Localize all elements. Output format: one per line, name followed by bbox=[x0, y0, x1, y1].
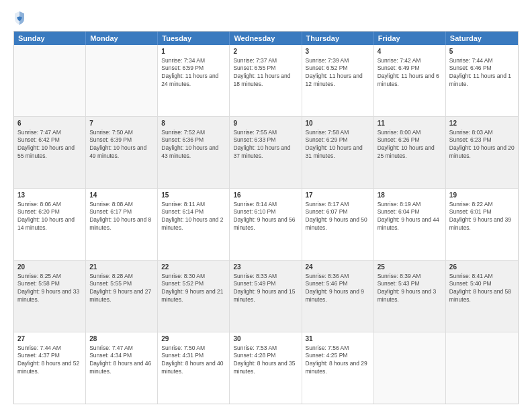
day-number: 5 bbox=[449, 47, 515, 56]
day-number: 11 bbox=[378, 119, 442, 128]
cell-info: Sunrise: 8:30 AMSunset: 5:52 PMDaylight:… bbox=[161, 273, 226, 305]
cell-info: Sunrise: 8:22 AMSunset: 6:01 PMDaylight:… bbox=[449, 201, 515, 233]
day-cell-22: 22Sunrise: 8:30 AMSunset: 5:52 PMDayligh… bbox=[158, 261, 230, 332]
day-cell-9: 9Sunrise: 7:55 AMSunset: 6:33 PMDaylight… bbox=[230, 117, 302, 188]
empty-cell bbox=[86, 45, 158, 116]
header-day-friday: Friday bbox=[374, 32, 446, 45]
day-number: 14 bbox=[89, 191, 154, 200]
cell-info: Sunrise: 8:41 AMSunset: 5:40 PMDaylight:… bbox=[449, 273, 515, 305]
cell-info: Sunrise: 8:28 AMSunset: 5:55 PMDaylight:… bbox=[89, 273, 154, 305]
day-cell-15: 15Sunrise: 8:11 AMSunset: 6:14 PMDayligh… bbox=[158, 189, 230, 260]
day-cell-20: 20Sunrise: 8:25 AMSunset: 5:58 PMDayligh… bbox=[14, 261, 86, 332]
day-cell-30: 30Sunrise: 7:53 AMSunset: 4:28 PMDayligh… bbox=[230, 332, 302, 404]
cell-info: Sunrise: 8:08 AMSunset: 6:17 PMDaylight:… bbox=[89, 201, 154, 233]
day-number: 20 bbox=[17, 263, 82, 272]
day-number: 28 bbox=[89, 334, 154, 344]
cell-info: Sunrise: 8:19 AMSunset: 6:04 PMDaylight:… bbox=[378, 201, 442, 233]
cell-info: Sunrise: 8:36 AMSunset: 5:46 PMDaylight:… bbox=[306, 273, 370, 305]
calendar-row-0: 1Sunrise: 7:34 AMSunset: 6:59 PMDaylight… bbox=[14, 45, 518, 116]
cell-info: Sunrise: 7:53 AMSunset: 4:28 PMDaylight:… bbox=[233, 345, 298, 377]
day-number: 18 bbox=[378, 191, 442, 200]
day-number: 3 bbox=[306, 47, 370, 56]
day-number: 25 bbox=[378, 263, 442, 272]
day-cell-25: 25Sunrise: 8:39 AMSunset: 5:43 PMDayligh… bbox=[374, 261, 446, 332]
day-cell-5: 5Sunrise: 7:44 AMSunset: 6:46 PMDaylight… bbox=[446, 45, 518, 116]
day-number: 22 bbox=[161, 263, 226, 272]
day-cell-10: 10Sunrise: 7:58 AMSunset: 6:29 PMDayligh… bbox=[302, 117, 374, 188]
day-number: 31 bbox=[306, 334, 370, 344]
cell-info: Sunrise: 8:00 AMSunset: 6:26 PMDaylight:… bbox=[378, 129, 442, 161]
cell-info: Sunrise: 7:37 AMSunset: 6:55 PMDaylight:… bbox=[233, 57, 298, 89]
cell-info: Sunrise: 7:39 AMSunset: 6:52 PMDaylight:… bbox=[306, 57, 370, 89]
cell-info: Sunrise: 8:17 AMSunset: 6:07 PMDaylight:… bbox=[306, 201, 370, 233]
day-cell-27: 27Sunrise: 7:44 AMSunset: 4:37 PMDayligh… bbox=[14, 332, 86, 404]
day-number: 13 bbox=[17, 191, 82, 200]
day-cell-1: 1Sunrise: 7:34 AMSunset: 6:59 PMDaylight… bbox=[158, 45, 230, 116]
day-number: 16 bbox=[233, 191, 298, 200]
logo bbox=[13, 11, 28, 26]
day-cell-31: 31Sunrise: 7:56 AMSunset: 4:25 PMDayligh… bbox=[302, 332, 374, 404]
header-day-thursday: Thursday bbox=[302, 32, 374, 45]
day-number: 30 bbox=[233, 334, 298, 344]
cell-info: Sunrise: 7:50 AMSunset: 6:39 PMDaylight:… bbox=[89, 129, 154, 161]
cell-info: Sunrise: 8:39 AMSunset: 5:43 PMDaylight:… bbox=[378, 273, 442, 305]
calendar-header: SundayMondayTuesdayWednesdayThursdayFrid… bbox=[14, 32, 518, 45]
day-cell-23: 23Sunrise: 8:33 AMSunset: 5:49 PMDayligh… bbox=[230, 261, 302, 332]
day-cell-26: 26Sunrise: 8:41 AMSunset: 5:40 PMDayligh… bbox=[446, 261, 518, 332]
header-day-tuesday: Tuesday bbox=[158, 32, 230, 45]
cell-info: Sunrise: 7:47 AMSunset: 6:42 PMDaylight:… bbox=[17, 129, 82, 161]
calendar-body: 1Sunrise: 7:34 AMSunset: 6:59 PMDaylight… bbox=[14, 45, 518, 404]
cell-info: Sunrise: 8:06 AMSunset: 6:20 PMDaylight:… bbox=[17, 201, 82, 233]
day-cell-16: 16Sunrise: 8:14 AMSunset: 6:10 PMDayligh… bbox=[230, 189, 302, 260]
cell-info: Sunrise: 7:34 AMSunset: 6:59 PMDaylight:… bbox=[161, 57, 226, 89]
day-number: 9 bbox=[233, 119, 298, 128]
header-day-wednesday: Wednesday bbox=[230, 32, 302, 45]
day-number: 8 bbox=[161, 119, 226, 128]
day-cell-28: 28Sunrise: 7:47 AMSunset: 4:34 PMDayligh… bbox=[86, 332, 158, 404]
cell-info: Sunrise: 7:44 AMSunset: 6:46 PMDaylight:… bbox=[449, 57, 515, 89]
empty-cell bbox=[374, 332, 446, 404]
cell-info: Sunrise: 7:50 AMSunset: 4:31 PMDaylight:… bbox=[161, 345, 226, 377]
day-number: 21 bbox=[89, 263, 154, 272]
day-number: 27 bbox=[17, 334, 82, 344]
day-cell-4: 4Sunrise: 7:42 AMSunset: 6:49 PMDaylight… bbox=[374, 45, 446, 116]
day-cell-2: 2Sunrise: 7:37 AMSunset: 6:55 PMDaylight… bbox=[230, 45, 302, 116]
day-number: 4 bbox=[378, 47, 442, 56]
day-cell-21: 21Sunrise: 8:28 AMSunset: 5:55 PMDayligh… bbox=[86, 261, 158, 332]
cell-info: Sunrise: 7:56 AMSunset: 4:25 PMDaylight:… bbox=[306, 345, 370, 377]
cell-info: Sunrise: 7:42 AMSunset: 6:49 PMDaylight:… bbox=[378, 57, 442, 89]
empty-cell bbox=[446, 332, 518, 404]
cell-info: Sunrise: 8:33 AMSunset: 5:49 PMDaylight:… bbox=[233, 273, 298, 305]
logo-icon bbox=[13, 11, 26, 26]
day-cell-24: 24Sunrise: 8:36 AMSunset: 5:46 PMDayligh… bbox=[302, 261, 374, 332]
day-cell-11: 11Sunrise: 8:00 AMSunset: 6:26 PMDayligh… bbox=[374, 117, 446, 188]
cell-info: Sunrise: 8:03 AMSunset: 6:23 PMDaylight:… bbox=[449, 129, 515, 161]
day-number: 12 bbox=[449, 119, 515, 128]
header-day-monday: Monday bbox=[86, 32, 158, 45]
cell-info: Sunrise: 7:55 AMSunset: 6:33 PMDaylight:… bbox=[233, 129, 298, 161]
page: SundayMondayTuesdayWednesdayThursdayFrid… bbox=[0, 0, 532, 411]
day-number: 19 bbox=[449, 191, 515, 200]
day-number: 6 bbox=[17, 119, 82, 128]
day-number: 26 bbox=[449, 263, 515, 272]
cell-info: Sunrise: 7:58 AMSunset: 6:29 PMDaylight:… bbox=[306, 129, 370, 161]
header-day-saturday: Saturday bbox=[446, 32, 518, 45]
day-number: 15 bbox=[161, 191, 226, 200]
day-number: 2 bbox=[233, 47, 298, 56]
header bbox=[13, 11, 519, 26]
day-number: 7 bbox=[89, 119, 154, 128]
calendar-row-3: 20Sunrise: 8:25 AMSunset: 5:58 PMDayligh… bbox=[14, 260, 518, 332]
cell-info: Sunrise: 8:11 AMSunset: 6:14 PMDaylight:… bbox=[161, 201, 226, 233]
day-cell-29: 29Sunrise: 7:50 AMSunset: 4:31 PMDayligh… bbox=[158, 332, 230, 404]
day-number: 23 bbox=[233, 263, 298, 272]
calendar-row-1: 6Sunrise: 7:47 AMSunset: 6:42 PMDaylight… bbox=[14, 116, 518, 188]
cell-info: Sunrise: 7:44 AMSunset: 4:37 PMDaylight:… bbox=[17, 345, 82, 377]
cell-info: Sunrise: 8:14 AMSunset: 6:10 PMDaylight:… bbox=[233, 201, 298, 233]
day-number: 24 bbox=[306, 263, 370, 272]
day-cell-19: 19Sunrise: 8:22 AMSunset: 6:01 PMDayligh… bbox=[446, 189, 518, 260]
day-cell-6: 6Sunrise: 7:47 AMSunset: 6:42 PMDaylight… bbox=[14, 117, 86, 188]
calendar: SundayMondayTuesdayWednesdayThursdayFrid… bbox=[13, 31, 519, 404]
day-cell-13: 13Sunrise: 8:06 AMSunset: 6:20 PMDayligh… bbox=[14, 189, 86, 260]
day-cell-17: 17Sunrise: 8:17 AMSunset: 6:07 PMDayligh… bbox=[302, 189, 374, 260]
calendar-row-2: 13Sunrise: 8:06 AMSunset: 6:20 PMDayligh… bbox=[14, 188, 518, 260]
